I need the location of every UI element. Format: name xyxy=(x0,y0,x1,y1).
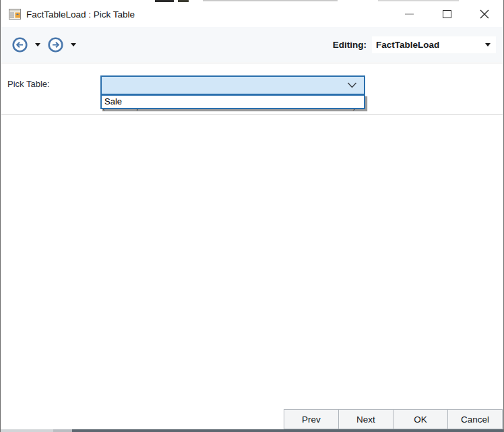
forward-button[interactable] xyxy=(48,37,63,53)
app-table-icon xyxy=(9,9,21,20)
editing-combobox-value: FactTableLoad xyxy=(376,40,439,50)
prev-button[interactable]: Prev xyxy=(284,409,339,429)
dialog-window: FactTableLoad : Pick Table xyxy=(0,0,504,432)
back-history-dropdown[interactable] xyxy=(35,43,40,47)
chevron-down-icon xyxy=(347,82,357,89)
ok-button[interactable]: OK xyxy=(393,409,448,429)
close-icon xyxy=(480,9,489,19)
window-title: FactTableLoad : Pick Table xyxy=(26,9,135,20)
maximize-icon xyxy=(443,10,451,18)
background-window-artifact xyxy=(378,0,459,1)
forward-history-dropdown[interactable] xyxy=(71,43,76,47)
editing-section: Editing: FactTableLoad xyxy=(333,36,496,53)
dialog-footer: Prev Next OK Cancel xyxy=(284,409,503,429)
background-window-artifact xyxy=(155,0,174,2)
maximize-button[interactable] xyxy=(428,1,466,27)
back-button[interactable] xyxy=(12,37,28,53)
dropdown-item-sale[interactable]: Sale xyxy=(102,96,364,108)
window-controls xyxy=(390,1,503,27)
title-bar: FactTableLoad : Pick Table xyxy=(1,1,503,27)
pick-table-panel: Pick Table: (This dropdown shows tables … xyxy=(1,63,503,115)
nav-group xyxy=(12,37,79,53)
window-bottom-edge xyxy=(1,429,503,432)
pick-table-combobox[interactable] xyxy=(100,75,365,95)
editing-combobox[interactable]: FactTableLoad xyxy=(372,36,496,53)
minimize-button[interactable] xyxy=(390,1,428,27)
pick-table-label: Pick Table: xyxy=(7,79,50,89)
chevron-down-icon xyxy=(485,43,491,47)
close-button[interactable] xyxy=(466,1,503,27)
editing-label: Editing: xyxy=(333,40,367,50)
cancel-button[interactable]: Cancel xyxy=(447,409,503,429)
pick-table-dropdown-list: Sale xyxy=(100,94,365,109)
background-window-artifact xyxy=(203,0,338,1)
minimize-icon xyxy=(405,13,414,15)
next-button[interactable]: Next xyxy=(338,409,393,429)
navigation-toolbar: Editing: FactTableLoad xyxy=(1,27,503,62)
background-window-artifact xyxy=(178,0,189,2)
